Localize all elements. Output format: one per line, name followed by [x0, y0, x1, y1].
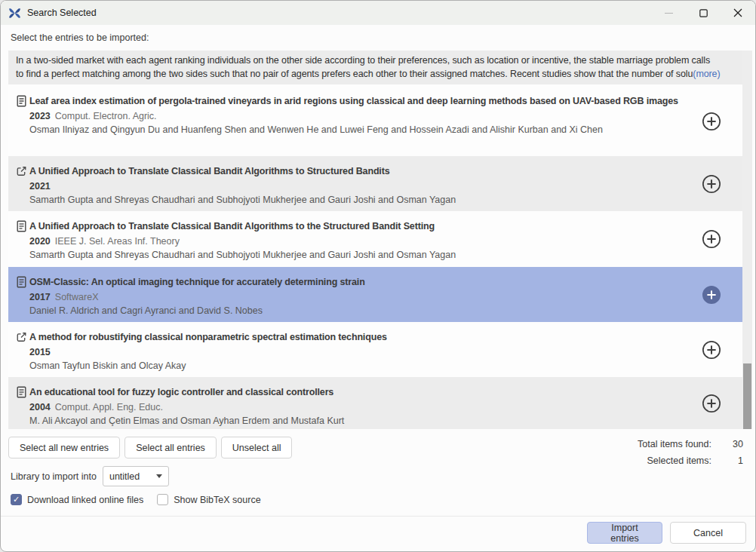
select-all-new-entries-button[interactable]: Select all new entries [8, 437, 120, 458]
total-items-label: Total items found: [638, 439, 711, 449]
add-entry-button[interactable] [702, 112, 721, 131]
abstract-line1: In a two-sided market with each agent ra… [16, 54, 735, 68]
entry-row-4-selected[interactable]: OSM-Classic: An optical imaging techniqu… [8, 267, 742, 322]
entry-journal: IEEE J. Sel. Areas Inf. Theory [55, 236, 180, 247]
show-bibtex-label: Show BibTeX source [174, 495, 260, 505]
entry-title: A Unified Approach to Translate Classica… [29, 219, 700, 234]
library-selected-value: untitled [109, 471, 140, 482]
entry-meta: 2021 [29, 179, 700, 193]
more-link[interactable]: (more) [693, 68, 720, 81]
entry-title: Leaf area index estimation of pergola-tr… [29, 94, 700, 109]
entry-authors: Samarth Gupta and Shreyas Chaudhari and … [29, 248, 700, 262]
entry-authors: Daniel R. Aldrich and Cagri Ayranci and … [29, 304, 700, 317]
add-entry-button[interactable] [702, 340, 721, 360]
window-title: Search Selected [27, 8, 97, 18]
entry-title: A Unified Approach to Translate Classica… [29, 164, 700, 179]
footer-divider [1, 516, 755, 517]
entry-year: 2015 [29, 347, 51, 357]
selection-buttons: Select all new entries Select all entrie… [8, 437, 292, 458]
entry-year: 2023 [29, 111, 51, 121]
entry-title: A method for robustifying classical nonp… [29, 330, 700, 345]
window-controls [651, 1, 755, 25]
abstract-line2: to find a perfect matching among the two… [16, 68, 693, 81]
entry-year: 2021 [29, 181, 51, 192]
unselect-all-button[interactable]: Unselect all [221, 437, 293, 458]
show-bibtex-checkbox[interactable] [157, 494, 168, 505]
entry-journal: Comput. Electron. Agric. [55, 111, 157, 121]
stats-panel: Total items found: 30 Selected items: 1 [638, 436, 743, 469]
close-button[interactable] [721, 1, 755, 25]
entry-year: 2020 [29, 236, 51, 247]
dropdown-arrow-icon [156, 474, 162, 478]
maximize-button[interactable] [686, 1, 721, 25]
minimize-button[interactable] [651, 1, 686, 25]
entry-row-2[interactable]: A Unified Approach to Translate Classica… [8, 156, 742, 211]
entry-row-6[interactable]: An educational tool for fuzzy logic cont… [8, 377, 742, 429]
entry-authors: M. Ali Akcayol and Çetin Elmas and Osman… [29, 414, 700, 428]
import-entries-button[interactable]: Import entries [587, 522, 662, 544]
abstract-preview: In a two-sided market with each agent ra… [8, 51, 742, 84]
entry-meta: 2017SoftwareX [29, 290, 700, 304]
entry-row-1[interactable]: Leaf area index estimation of pergola-tr… [8, 86, 742, 156]
entry-authors: Osman Tayfun Biskin and Olcay Akay [29, 359, 700, 373]
download-files-checkbox[interactable]: ✓ [11, 494, 22, 505]
add-entry-button[interactable] [702, 174, 721, 194]
entry-meta: 2023Comput. Electron. Agric. [29, 109, 700, 123]
dialog-button-bar: Import entries Cancel [587, 522, 746, 544]
selected-items-label: Selected items: [647, 455, 711, 466]
entry-year: 2004 [29, 402, 51, 412]
prompt-label: Select the entries to be imported: [11, 32, 149, 43]
search-selected-dialog: Search Selected Select the entries to be… [0, 0, 756, 552]
titlebar[interactable]: Search Selected [1, 1, 755, 25]
entry-title: OSM-Classic: An optical imaging techniqu… [29, 275, 700, 290]
add-entry-button[interactable] [702, 394, 721, 413]
list-scrollbar[interactable] [742, 51, 752, 429]
entry-row-5[interactable]: A method for robustifying classical nonp… [8, 322, 742, 377]
download-files-label: Download linked online files [27, 495, 143, 505]
entry-authors: Samarth Gupta and Shreyas Chaudhari and … [29, 193, 700, 207]
entry-year: 2017 [29, 292, 51, 302]
library-row: Library to import into untitled [11, 466, 169, 486]
file-document-icon [16, 386, 27, 398]
results-list: In a two-sided market with each agent ra… [8, 51, 752, 429]
entry-meta: 2004Comput. Appl. Eng. Educ. [29, 400, 700, 414]
entry-journal: Comput. Appl. Eng. Educ. [55, 402, 163, 412]
add-entry-button[interactable] [702, 229, 721, 249]
cancel-button[interactable]: Cancel [670, 522, 746, 544]
scrollbar-thumb[interactable] [743, 363, 751, 429]
external-link-icon [16, 165, 27, 177]
entry-meta: 2020IEEE J. Sel. Areas Inf. Theory [29, 235, 700, 248]
add-entry-button[interactable] [702, 285, 721, 305]
results-rows: In a two-sided market with each agent ra… [8, 51, 742, 429]
selected-items-value: 1 [711, 455, 743, 466]
file-document-icon [16, 276, 27, 288]
checkmark-icon: ✓ [13, 495, 20, 504]
file-document-icon [16, 95, 27, 107]
entry-row-3[interactable]: A Unified Approach to Translate Classica… [8, 211, 742, 267]
entry-journal: SoftwareX [55, 292, 99, 302]
jabref-logo-icon [8, 7, 21, 20]
entry-title: An educational tool for fuzzy logic cont… [29, 385, 700, 400]
file-document-icon [16, 220, 27, 232]
entry-meta: 2015 [29, 345, 700, 359]
entry-authors: Osman Ilniyaz and Qingyun Du and Huanfen… [29, 123, 700, 136]
external-link-icon [16, 331, 27, 343]
options-row: ✓ Download linked online files Show BibT… [11, 494, 275, 505]
total-items-value: 30 [711, 439, 743, 449]
library-label: Library to import into [11, 471, 97, 482]
library-select[interactable]: untitled [103, 466, 169, 486]
select-all-entries-button[interactable]: Select all entries [124, 437, 217, 458]
